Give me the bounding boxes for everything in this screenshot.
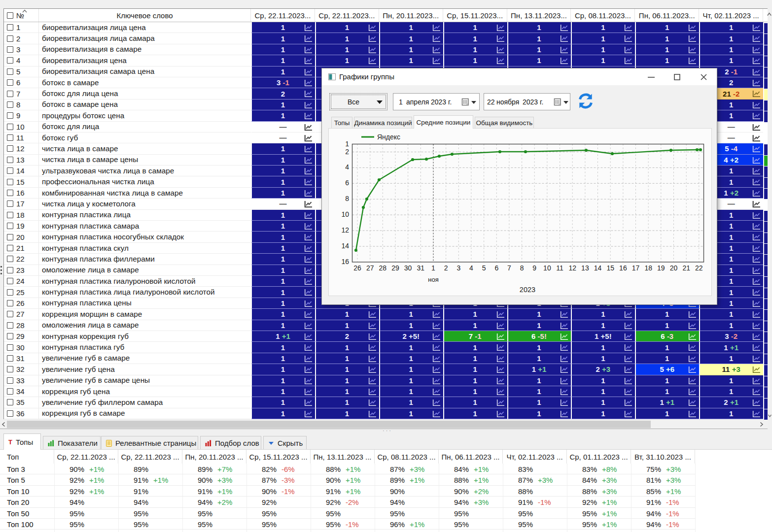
svg-text:18: 18 xyxy=(644,264,652,272)
svg-text:3: 3 xyxy=(456,264,460,272)
svg-text:20: 20 xyxy=(670,264,678,272)
svg-text:15: 15 xyxy=(606,264,614,272)
svg-text:28: 28 xyxy=(379,264,387,272)
svg-text:16: 16 xyxy=(619,264,627,272)
svg-text:4: 4 xyxy=(469,264,473,272)
svg-text:16: 16 xyxy=(341,258,349,266)
svg-text:7: 7 xyxy=(507,264,511,272)
svg-text:8: 8 xyxy=(520,264,524,272)
svg-text:22: 22 xyxy=(695,264,703,272)
svg-text:19: 19 xyxy=(657,264,665,272)
svg-text:26: 26 xyxy=(353,264,361,272)
svg-text:14: 14 xyxy=(341,242,349,250)
svg-text:10: 10 xyxy=(543,264,551,272)
svg-text:13: 13 xyxy=(581,264,589,272)
svg-text:31: 31 xyxy=(417,264,425,272)
svg-text:2: 2 xyxy=(444,264,448,272)
svg-text:30: 30 xyxy=(404,264,412,272)
svg-text:ноя: ноя xyxy=(428,276,438,283)
svg-text:29: 29 xyxy=(391,264,399,272)
svg-text:8: 8 xyxy=(345,195,349,202)
svg-text:9: 9 xyxy=(532,264,536,272)
svg-text:Яндекс: Яндекс xyxy=(377,133,400,141)
svg-text:17: 17 xyxy=(632,264,640,272)
svg-text:10: 10 xyxy=(341,210,349,218)
svg-text:11: 11 xyxy=(556,264,563,272)
svg-text:12: 12 xyxy=(341,226,349,234)
svg-text:2023: 2023 xyxy=(520,286,535,294)
svg-text:2: 2 xyxy=(345,148,349,156)
svg-text:5: 5 xyxy=(482,264,486,272)
svg-text:1: 1 xyxy=(431,264,435,272)
svg-text:1: 1 xyxy=(345,140,349,148)
svg-text:6: 6 xyxy=(345,179,349,187)
svg-text:14: 14 xyxy=(594,264,602,272)
svg-text:6: 6 xyxy=(494,264,498,272)
svg-text:21: 21 xyxy=(682,264,690,272)
svg-text:4: 4 xyxy=(345,163,349,171)
svg-text:12: 12 xyxy=(568,264,576,272)
svg-text:27: 27 xyxy=(366,264,374,272)
